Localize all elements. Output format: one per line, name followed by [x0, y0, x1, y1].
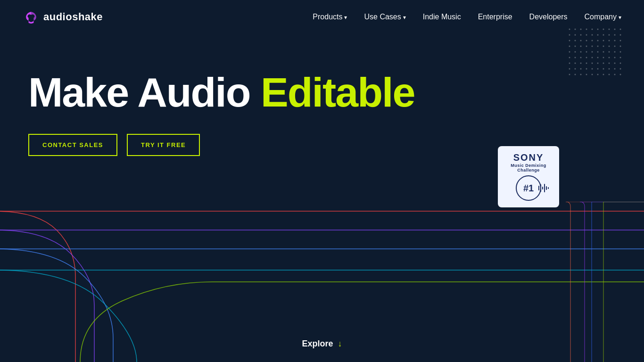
chevron-down-icon: ▾: [619, 14, 621, 21]
nav-item-usecases[interactable]: Use Cases ▾: [364, 13, 405, 21]
hero-section: Make Audio Editable CONTACT SALES TRY IT…: [0, 34, 644, 156]
nav-item-products[interactable]: Products ▾: [313, 13, 347, 21]
logo[interactable]: audioshake: [23, 8, 103, 25]
explore-section[interactable]: Explore ↓: [302, 339, 342, 349]
nav-link-developers[interactable]: Developers: [529, 13, 568, 21]
nav-item-enterprise[interactable]: Enterprise: [478, 13, 512, 21]
waveform-icon: [538, 184, 549, 192]
arrow-down-icon: ↓: [338, 339, 342, 349]
logo-icon: [23, 8, 40, 25]
hero-title-white: Make Audio: [28, 69, 261, 115]
svg-rect-0: [538, 186, 539, 190]
sony-number: #1: [523, 183, 534, 193]
logo-text: audioshake: [43, 11, 103, 23]
contact-sales-button[interactable]: CONTACT SALES: [28, 134, 117, 156]
nav-link-enterprise[interactable]: Enterprise: [478, 13, 512, 21]
hero-title-green: Editable: [261, 69, 414, 115]
hero-title: Make Audio Editable: [28, 72, 616, 113]
nav-item-indiemusic[interactable]: Indie Music: [423, 13, 461, 21]
sony-subtitle: Music Demixing Challenge: [511, 163, 546, 173]
sony-circle: #1: [516, 175, 541, 201]
nav-link-indiemusic[interactable]: Indie Music: [423, 13, 461, 21]
svg-rect-2: [542, 187, 543, 189]
chevron-down-icon: ▾: [344, 14, 347, 21]
nav-link-usecases[interactable]: Use Cases ▾: [364, 13, 405, 21]
svg-rect-4: [546, 186, 547, 190]
svg-rect-3: [544, 184, 545, 192]
chevron-down-icon: ▾: [403, 14, 406, 21]
svg-rect-5: [548, 187, 549, 189]
nav-link-company[interactable]: Company ▾: [585, 13, 621, 21]
explore-label: Explore: [302, 339, 333, 349]
nav-link-products[interactable]: Products ▾: [313, 13, 347, 21]
navbar: audioshake Products ▾ Use Cases ▾ Indie …: [0, 0, 644, 34]
nav-item-company[interactable]: Company ▾: [585, 13, 621, 21]
nav-links: Products ▾ Use Cases ▾ Indie Music Enter…: [313, 13, 621, 21]
sony-brand-text: SONY: [513, 153, 544, 162]
decorative-curves: [0, 202, 644, 362]
svg-rect-1: [540, 184, 541, 192]
try-free-button[interactable]: TRY IT FREE: [127, 134, 200, 156]
nav-item-developers[interactable]: Developers: [529, 13, 568, 21]
sony-badge: SONY Music Demixing Challenge #1: [498, 146, 559, 207]
